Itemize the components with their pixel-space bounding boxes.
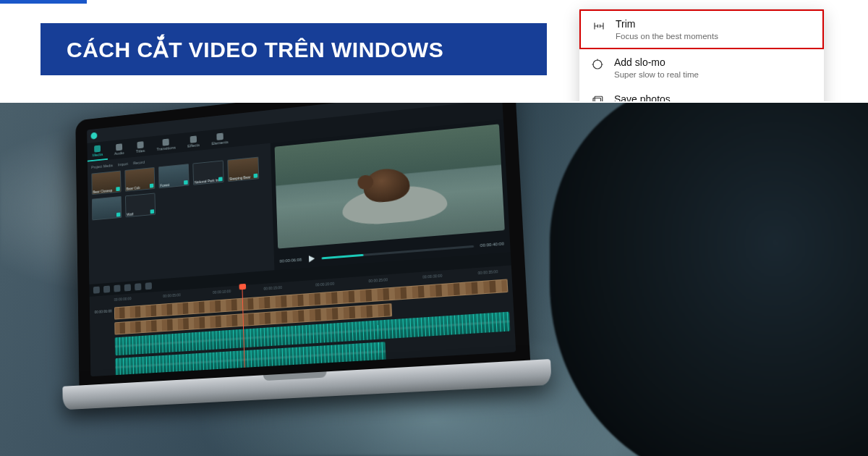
page-title: CÁCH CẮT VIDEO TRÊN WINDOWS: [67, 37, 443, 62]
menu-item-title: Trim: [616, 18, 812, 30]
menu-item-slomo[interactable]: Add slo-mo Super slow to real time: [579, 49, 824, 86]
tab-label: Transitions: [156, 145, 175, 151]
tool-icon[interactable]: [124, 284, 131, 291]
tab-media[interactable]: Media: [87, 141, 108, 162]
media-thumb[interactable]: Bear Cub: [124, 167, 155, 192]
ruler-tick: 00:00:25:00: [368, 277, 388, 286]
preview-panel: 00:00:06:08 00:00:40:00: [271, 119, 511, 271]
media-subtab[interactable]: Project Media: [91, 164, 113, 170]
title-banner: CÁCH CẮT VIDEO TRÊN WINDOWS: [41, 23, 547, 75]
media-thumb[interactable]: National Park Intro: [192, 160, 224, 185]
slomo-icon: [590, 56, 605, 72]
play-button-icon[interactable]: [307, 254, 316, 263]
thumb-label: Wolf: [127, 212, 133, 216]
hero-background: EXPORT Media Audio Titles Transitions Ef…: [0, 101, 868, 456]
ruler-tick: 00:00:15:00: [263, 285, 282, 294]
media-thumb[interactable]: Wolf: [125, 193, 156, 217]
person-silhouette: [550, 101, 868, 456]
ruler-tick: 00:00:05:00: [163, 292, 180, 300]
menu-item-text: Trim Focus on the best moments: [616, 18, 812, 41]
menu-item-title: Add slo-mo: [614, 56, 814, 69]
trim-icon: [591, 18, 607, 34]
ruler-tick: 00:00:00:00: [114, 296, 132, 304]
tab-label: Elements: [211, 140, 228, 145]
video-editor-app: EXPORT Media Audio Titles Transitions Ef…: [87, 101, 516, 376]
tab-label: Effects: [187, 143, 200, 148]
tab-label: Media: [93, 152, 103, 157]
thumb-label: Sleeping Bear: [229, 175, 251, 182]
menu-item-sub: Focus on the best moments: [616, 32, 812, 41]
media-thumb[interactable]: Bear Closeup: [91, 171, 121, 195]
thumb-label: Bear Closeup: [93, 188, 112, 194]
tab-label: Titles: [136, 148, 145, 153]
menu-item-trim[interactable]: Trim Focus on the best moments: [579, 9, 824, 49]
tab-effects[interactable]: Effects: [182, 131, 205, 153]
tool-icon[interactable]: [135, 283, 141, 290]
tab-titles[interactable]: Titles: [130, 137, 150, 158]
tab-elements[interactable]: Elements: [206, 127, 234, 149]
media-subtab[interactable]: Record: [133, 160, 145, 165]
accent-bar: [0, 0, 87, 4]
ruler-tick: 00:00:20:00: [315, 282, 334, 290]
preview-frame[interactable]: [274, 124, 504, 248]
menu-item-sub: Super slow to real time: [614, 70, 814, 79]
ruler-tick: 00:00:30:00: [422, 274, 442, 282]
media-subtab[interactable]: Import: [118, 161, 128, 166]
laptop: EXPORT Media Audio Titles Transitions Ef…: [75, 101, 532, 419]
tab-audio[interactable]: Audio: [109, 139, 129, 160]
thumb-label: Bear Cub: [127, 185, 140, 190]
tool-icon[interactable]: [103, 286, 110, 293]
ruler-tick: 00:00:10:00: [213, 289, 231, 297]
media-panel: Project Media Import Record Bear Closeup…: [88, 143, 274, 284]
svg-point-0: [593, 60, 602, 69]
tool-icon[interactable]: [114, 284, 120, 292]
thumb-label: Forest: [160, 182, 169, 187]
track-time-label: 00:00:06:08: [93, 309, 112, 315]
preview-duration: 00:00:40:00: [480, 242, 504, 248]
preview-time: 00:00:06:08: [279, 258, 302, 263]
menu-item-text: Add slo-mo Super slow to real time: [614, 56, 814, 79]
media-thumb[interactable]: [92, 196, 122, 221]
laptop-screen-bezel: EXPORT Media Audio Titles Transitions Ef…: [75, 101, 530, 391]
tool-icon[interactable]: [145, 282, 152, 290]
page-root: CÁCH CẮT VIDEO TRÊN WINDOWS Trim Focus o…: [0, 0, 868, 456]
media-thumb[interactable]: Forest: [158, 164, 190, 188]
thumb-label: National Park Intro: [195, 177, 222, 184]
tool-icon[interactable]: [93, 287, 100, 294]
app-logo-icon: [90, 132, 97, 140]
ruler-tick: 00:00:35:00: [478, 269, 498, 278]
media-thumb[interactable]: Sleeping Bear: [227, 157, 259, 182]
tab-label: Audio: [114, 151, 124, 156]
